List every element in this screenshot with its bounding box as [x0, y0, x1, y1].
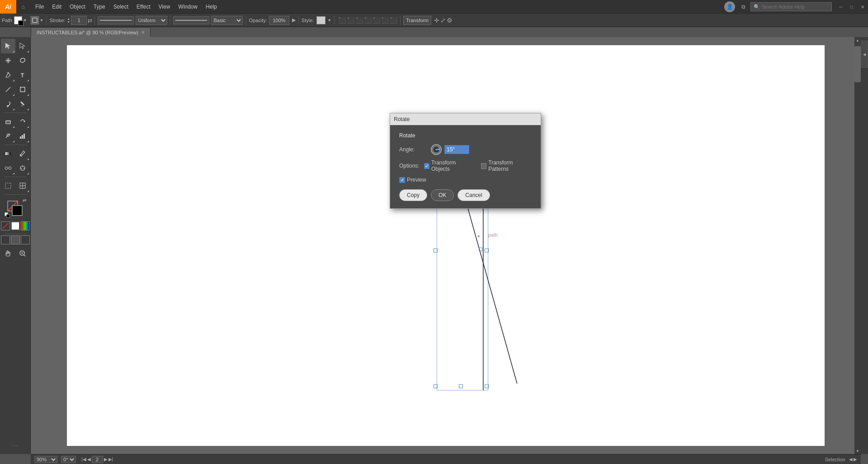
scroll-up-icon[interactable]: ▲ — [854, 37, 861, 43]
align-icon3[interactable]: ⬛ — [355, 17, 363, 24]
style-swatch[interactable] — [316, 16, 326, 24]
gradient-tool[interactable] — [1, 146, 15, 161]
selection-tool[interactable] — [1, 39, 15, 53]
eraser-tool[interactable] — [1, 114, 15, 129]
timeline-prev-btn[interactable]: ◀ — [849, 457, 853, 462]
artboard-tool[interactable] — [1, 178, 15, 193]
align-icon7[interactable]: ⬛ — [390, 17, 397, 24]
stroke-line-preview[interactable] — [98, 16, 134, 24]
pixel-view-icon[interactable] — [21, 235, 30, 244]
profile-icon[interactable]: 👤 — [724, 1, 735, 12]
pencil-tool[interactable] — [15, 97, 30, 111]
artboard-first-btn[interactable]: |◀ — [81, 457, 86, 462]
ok-button[interactable]: OK — [431, 189, 454, 201]
default-colors-icon[interactable] — [5, 212, 10, 218]
menu-help[interactable]: Help — [202, 0, 221, 14]
tool-row-11 — [1, 246, 30, 261]
vertical-scroll-thumb[interactable] — [854, 46, 861, 82]
menu-effect[interactable]: Effect — [133, 0, 154, 14]
stroke-value-input[interactable] — [71, 16, 87, 25]
type-tool[interactable]: T — [15, 68, 30, 82]
angle-input[interactable]: 15° — [444, 145, 469, 154]
menu-type[interactable]: Type — [90, 0, 109, 14]
hand-tool[interactable] — [1, 246, 15, 261]
stroke-style-dropdown[interactable]: Basic — [211, 16, 243, 25]
home-icon[interactable]: ⌂ — [16, 0, 30, 14]
align-icon5[interactable]: ⬛ — [373, 17, 380, 24]
menu-view[interactable]: View — [155, 0, 174, 14]
rotation-select[interactable]: 0° — [61, 456, 76, 463]
lasso-tool[interactable] — [15, 53, 30, 68]
angle-dial[interactable] — [431, 144, 442, 155]
align-icon2[interactable]: ⬛ — [347, 17, 354, 24]
direct-selection-tool[interactable] — [15, 39, 30, 53]
magic-wand-tool[interactable] — [1, 53, 15, 68]
no-fill-icon[interactable] — [1, 221, 10, 230]
align-icon6[interactable]: ⬛ — [381, 17, 389, 24]
warp-tool[interactable] — [1, 129, 15, 143]
document-tab[interactable]: INSTRUCTABLES.ai* @ 90 % (RGB/Preview) ✕ — [31, 27, 151, 37]
properties-expand-btn[interactable]: ◀ — [861, 41, 868, 68]
arrange-windows-icon[interactable]: ⧉ — [738, 1, 749, 12]
normal-view-icon[interactable] — [1, 235, 10, 244]
graph-tool[interactable] — [15, 129, 30, 143]
stroke-swatch2[interactable]: ▼ — [31, 16, 44, 24]
transform-objects-checkbox[interactable]: ✓ — [424, 163, 429, 169]
fill-icon[interactable] — [11, 221, 20, 230]
eyedropper-tool[interactable] — [15, 146, 30, 161]
stroke-color-box[interactable] — [12, 205, 23, 216]
artboard-number-input[interactable] — [92, 456, 103, 463]
rectangle-tool[interactable] — [15, 82, 30, 97]
align-icon1[interactable]: ⬛ — [338, 17, 346, 24]
stroke-arrows[interactable]: ▲ ▼ — [67, 17, 70, 23]
swap-colors-icon[interactable]: ⇄ — [23, 198, 26, 203]
timeline-play-btn[interactable]: ▶ — [854, 457, 857, 462]
more-tools-btn[interactable]: ··· — [12, 442, 19, 452]
stroke-profile-dropdown[interactable]: Uniform — [136, 16, 167, 25]
gradient-fill-icon[interactable] — [21, 221, 30, 230]
svg-rect-45 — [459, 384, 463, 388]
close-button[interactable]: ✕ — [857, 0, 868, 14]
zoom-tool[interactable] — [15, 246, 30, 261]
artboard-next-btn[interactable]: ▶ — [104, 457, 108, 462]
zoom-select[interactable]: 90% 100% 75% — [34, 456, 57, 463]
outline-view-icon[interactable] — [11, 235, 20, 244]
rotate-tool[interactable] — [15, 114, 30, 129]
opacity-input[interactable] — [269, 16, 289, 25]
stroke-swatch[interactable] — [18, 20, 24, 26]
transform-patterns-checkbox[interactable] — [481, 163, 486, 169]
slice-tool[interactable] — [15, 178, 30, 193]
transform-icon1[interactable]: ✛ — [434, 17, 439, 24]
stroke-style-preview[interactable] — [173, 16, 209, 24]
menu-select[interactable]: Select — [110, 0, 132, 14]
blend-tool[interactable] — [1, 161, 15, 175]
pen-tool[interactable] — [1, 68, 15, 82]
restore-button[interactable]: □ — [846, 0, 857, 14]
scroll-down-icon[interactable]: ▼ — [854, 448, 861, 454]
transform-objects-option[interactable]: ✓ Transform Objects — [424, 159, 473, 172]
transform-patterns-option[interactable]: Transform Patterns — [481, 159, 532, 172]
menu-window[interactable]: Window — [175, 0, 201, 14]
artboard-last-btn[interactable]: ▶| — [108, 457, 113, 462]
vertical-scrollbar[interactable]: ▲ ▼ — [854, 37, 861, 454]
preview-checkbox[interactable]: ✓ — [399, 177, 405, 183]
artboard-prev-btn[interactable]: ◀ — [87, 457, 91, 462]
fill-swatch[interactable] — [14, 16, 22, 24]
menu-file[interactable]: File — [32, 0, 47, 14]
preview-option[interactable]: ✓ Preview — [399, 177, 426, 183]
menu-object[interactable]: Object — [66, 0, 89, 14]
symbol-sprayer-tool[interactable] — [15, 161, 30, 175]
transform-button[interactable]: Transform — [403, 16, 431, 25]
transform-icon3[interactable]: ⚙ — [447, 17, 453, 24]
paintbrush-tool[interactable] — [1, 97, 15, 111]
menu-edit[interactable]: Edit — [48, 0, 65, 14]
align-icon4[interactable]: ⬛ — [364, 17, 372, 24]
opacity-expand-icon[interactable]: ▶ — [292, 17, 296, 23]
cancel-button[interactable]: Cancel — [458, 189, 490, 201]
transform-icon2[interactable]: ⤢ — [440, 17, 446, 24]
search-input[interactable] — [762, 4, 829, 9]
tab-close-button[interactable]: ✕ — [141, 30, 145, 35]
line-tool[interactable] — [1, 82, 15, 97]
copy-button[interactable]: Copy — [399, 189, 427, 201]
minimize-button[interactable]: ─ — [835, 0, 846, 14]
